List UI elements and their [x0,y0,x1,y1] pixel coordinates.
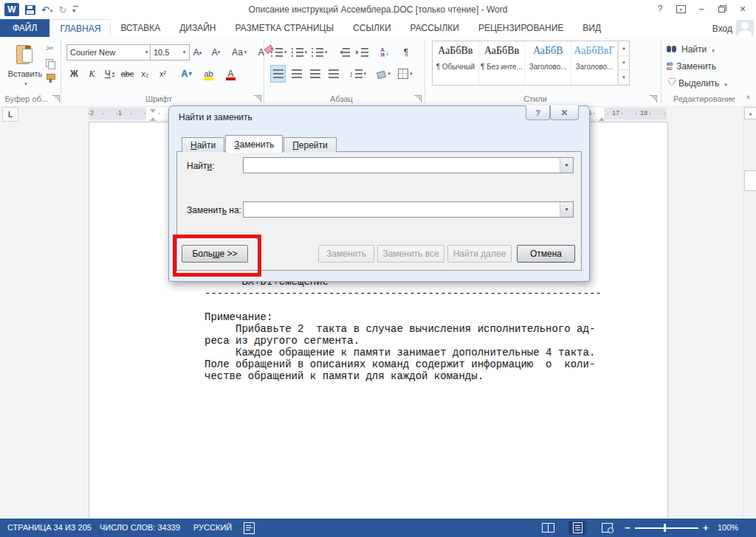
dialog-tab-replace[interactable]: Заменить [225,135,283,153]
ribbon-display-options-icon[interactable] [670,1,691,16]
text-effects-icon[interactable]: А [179,65,194,83]
align-left-icon[interactable] [270,65,286,83]
align-right-icon[interactable] [307,65,323,83]
scrollbar-thumb[interactable] [744,170,756,191]
style-no-spacing[interactable]: АаБбВв ¶ Без инте... [479,41,526,85]
undo-icon[interactable]: ↶ [41,5,52,15]
minimize-icon[interactable]: – [691,1,712,16]
scroll-up-icon[interactable]: ▲ [744,107,756,119]
line-spacing-icon[interactable] [348,65,367,83]
copy-icon[interactable] [46,59,55,69]
dialog-close-icon[interactable]: ✕ [550,105,579,120]
read-mode-icon[interactable] [539,521,557,535]
zoom-slider-thumb[interactable] [664,524,666,532]
tab-mailings[interactable]: РАССЫЛКИ [401,19,469,37]
multilevel-list-icon[interactable] [311,44,329,61]
increase-indent-icon[interactable] [354,44,370,61]
tab-stop-selector[interactable]: L [2,107,18,122]
italic-icon[interactable]: К [84,65,100,83]
format-painter-icon[interactable] [46,73,55,83]
language-indicator[interactable]: РУССКИЙ [193,523,232,532]
replace-with-dropdown-icon[interactable]: ▼ [560,202,573,217]
styles-more-icon[interactable]: ▼ [619,70,629,85]
right-indent-marker[interactable] [599,114,605,121]
page-indicator[interactable]: СТРАНИЦА 34 ИЗ 205 [7,523,92,532]
shrink-font-icon[interactable]: А [208,44,224,61]
highlight-color-icon[interactable]: ab [201,65,216,83]
help-icon[interactable]: ? [650,1,670,16]
subscript-icon[interactable]: х₂ [137,65,153,83]
tab-home[interactable]: ГЛАВНАЯ [49,19,111,38]
borders-icon[interactable] [397,65,413,83]
decrease-indent-icon[interactable] [336,44,351,61]
dialog-tab-find[interactable]: Найти [182,137,224,152]
styles-dialog-launcher-icon[interactable] [650,95,657,103]
redo-icon[interactable]: ↻ [58,5,66,15]
paragraph-dialog-launcher-icon[interactable] [414,95,422,103]
style-heading2[interactable]: АаБбВвГ Заголово... [571,41,618,85]
word-count[interactable]: ЧИСЛО СЛОВ: 34339 [100,523,180,532]
close-icon[interactable]: × [732,1,753,16]
vertical-scrollbar[interactable]: ▲ [743,105,756,519]
paste-button[interactable]: Вставить [6,40,44,94]
tab-page-layout[interactable]: РАЗМЕТКА СТРАНИЦЫ [226,19,344,37]
tab-references[interactable]: ССЫЛКИ [343,19,400,37]
shading-icon[interactable] [376,65,391,83]
zoom-slider-track[interactable] [635,527,698,529]
superscript-icon[interactable]: х² [155,65,171,83]
select-button[interactable]: Выделить [667,75,727,91]
restore-icon[interactable] [712,1,732,16]
clipboard-dialog-launcher-icon[interactable] [52,95,60,103]
style-normal[interactable]: АаБбВв ¶ Обычный [433,41,479,85]
clear-formatting-icon[interactable]: А [253,44,269,61]
sign-in-link[interactable]: Вход [712,24,732,34]
tab-review[interactable]: РЕЦЕНЗИРОВАНИЕ [469,19,573,37]
bold-icon[interactable]: Ж [66,65,82,83]
replace-button[interactable]: abac Заменить [667,58,716,74]
justify-icon[interactable] [326,65,341,83]
underline-icon[interactable]: Ч [102,65,117,83]
cancel-button[interactable]: Отмена [517,245,575,263]
replace-with-input[interactable] [244,202,560,217]
tab-file[interactable]: ФАЙЛ [0,19,49,37]
collapse-ribbon-icon[interactable]: ˄ [746,94,750,101]
dialog-tab-goto[interactable]: Перейти [284,137,337,152]
find-what-combobox[interactable]: ▼ [243,157,574,173]
styles-scroll-down-icon[interactable]: ▼ [619,56,629,71]
find-button[interactable]: Найти [667,41,715,57]
find-what-input[interactable] [244,158,560,173]
change-case-icon[interactable]: Аа [231,44,247,61]
font-dialog-launcher-icon[interactable] [254,95,261,103]
save-icon[interactable] [25,5,35,15]
grow-font-icon[interactable]: А [190,44,205,61]
proofing-icon[interactable] [244,522,255,534]
show-marks-icon[interactable]: ¶ [399,44,414,61]
customize-qat-icon[interactable]: ▾ [72,5,75,14]
zoom-level[interactable]: 100% [718,523,738,532]
tab-design[interactable]: ДИЗАЙН [170,19,225,37]
hanging-indent-marker[interactable] [150,114,156,121]
styles-scroll-up-icon[interactable]: ▲ [619,41,629,56]
font-name-combobox[interactable]: Courier New [66,44,152,60]
font-size-combobox[interactable]: 10,5 [150,44,190,60]
align-center-icon[interactable] [289,65,304,83]
dialog-help-icon[interactable]: ? [526,105,550,120]
cut-icon[interactable] [47,41,55,55]
tab-view[interactable]: ВИД [573,19,611,37]
replace-with-combobox[interactable]: ▼ [243,201,574,218]
web-layout-icon[interactable] [598,521,616,535]
sort-icon[interactable]: АЯ↓ [377,44,393,61]
zoom-in-icon[interactable]: + [703,522,709,533]
style-heading1[interactable]: АаБбВ Заголово... [525,41,571,85]
bullets-icon[interactable] [270,44,288,61]
document-text[interactable]: BX+DI+смещение--------------------------… [205,276,602,382]
print-layout-icon[interactable] [568,521,586,535]
numbering-icon[interactable] [291,44,309,61]
zoom-out-icon[interactable]: − [625,522,630,533]
account-avatar[interactable] [736,20,754,36]
tab-insert[interactable]: ВСТАВКА [111,19,170,37]
font-color-icon[interactable]: А [223,65,238,83]
find-what-dropdown-icon[interactable]: ▼ [560,158,573,173]
strikethrough-icon[interactable]: abc [120,65,135,83]
paste-dropdown-icon[interactable] [23,78,27,87]
